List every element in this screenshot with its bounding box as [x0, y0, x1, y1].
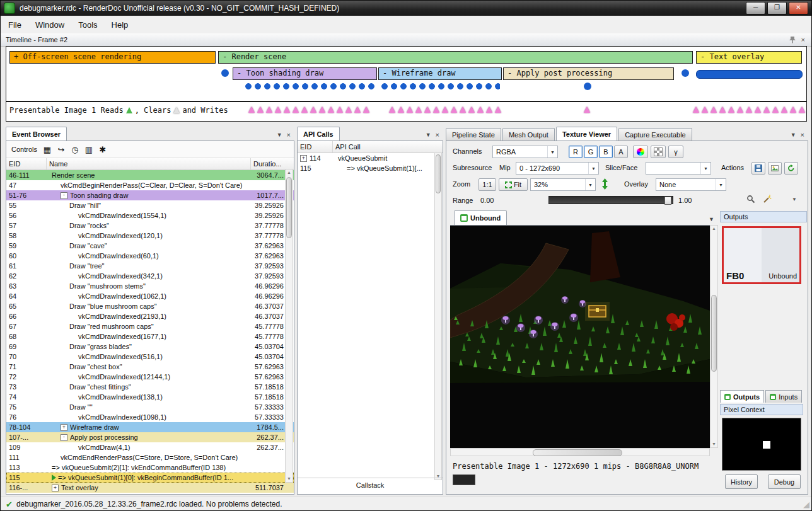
- tab-event-browser[interactable]: Event Browser: [6, 127, 67, 141]
- texture-list-dropdown-icon[interactable]: ▼: [709, 216, 718, 225]
- zoom-range-button[interactable]: [746, 195, 755, 205]
- event-row[interactable]: 62 vkCmdDrawIndexed(342,1) 37.92593: [6, 271, 294, 281]
- draw-marker[interactable]: [244, 83, 375, 90]
- timeline-section[interactable]: + Off-screen scene rendering: [9, 51, 216, 64]
- event-row[interactable]: 56 vkCmdDrawIndexed(1554,1) 39.25926: [6, 210, 294, 221]
- api-row[interactable]: 115 => vkQueueSubmit(1)[...: [298, 163, 443, 173]
- time-durations-icon[interactable]: ◷: [69, 143, 81, 156]
- event-row[interactable]: 47 vkCmdBeginRenderPass(C=Clear, D=Clear…: [6, 180, 294, 190]
- close-button[interactable]: ✕: [789, 2, 808, 14]
- bookmark-icon[interactable]: ✱: [96, 143, 109, 156]
- minimize-button[interactable]: ─: [746, 2, 765, 14]
- event-row[interactable]: 116-... +Text overlay 511.7037: [6, 483, 294, 493]
- column-duration[interactable]: Duratio...: [251, 158, 294, 169]
- timeline-close-icon[interactable]: ×: [801, 36, 805, 43]
- event-row[interactable]: 111 vkCmdEndRenderPass(C=Store, D=Store,…: [6, 452, 294, 462]
- timeline-section[interactable]: - Render scene: [218, 51, 693, 64]
- api-calls-close-icon[interactable]: ×: [436, 131, 439, 139]
- texture-viewer-menu-icon[interactable]: ▼: [791, 132, 796, 138]
- event-row[interactable]: 63 Draw "mushroom stems" 46.96296: [6, 281, 294, 291]
- open-texture-list-button[interactable]: [768, 162, 782, 175]
- zoom-1to1-button[interactable]: 1:1: [478, 178, 496, 191]
- column-api-call[interactable]: API Call: [333, 141, 443, 152]
- range-slider-thumb[interactable]: [664, 197, 671, 205]
- event-row[interactable]: 71 Draw "chest box" 57.62963: [6, 362, 294, 372]
- timeline-subsection[interactable]: - Apply post processing: [503, 67, 674, 80]
- draw-marker[interactable]: [584, 83, 591, 90]
- menu-item[interactable]: Window: [29, 18, 71, 32]
- fb0-thumbnail[interactable]: FB0 Unbound: [722, 226, 801, 284]
- event-row[interactable]: 74 vkCmdDrawIndexed(138,1) 57.18518: [6, 392, 294, 402]
- api-row[interactable]: +114 vkQueueSubmit: [298, 153, 443, 163]
- event-row[interactable]: 72 vkCmdDrawIndexed(12144,1) 57.62963: [6, 372, 294, 382]
- event-row[interactable]: 51-76 -Toon shading draw 1017.7...: [6, 190, 294, 200]
- event-browser-scrollbar[interactable]: ▲ ▼: [285, 169, 293, 483]
- history-button[interactable]: History: [725, 474, 758, 489]
- expander-icon[interactable]: +: [61, 424, 67, 431]
- texture-viewer-tab[interactable]: Pipeline State: [446, 128, 501, 141]
- channel-toggle-button[interactable]: B: [599, 146, 613, 158]
- expander-icon[interactable]: +: [300, 155, 307, 162]
- event-row[interactable]: 61 Draw "tree" 37.92593: [6, 261, 294, 271]
- menu-item[interactable]: Tools: [72, 18, 103, 32]
- column-eid[interactable]: EID: [298, 141, 333, 152]
- column-name[interactable]: Name: [47, 158, 251, 169]
- api-calls-menu-icon[interactable]: ▼: [426, 132, 431, 138]
- menu-item[interactable]: Help: [105, 18, 135, 32]
- title-bar[interactable]: debugmarker.rdc - RenderDoc Unofficial r…: [1, 1, 811, 16]
- event-row[interactable]: 75 Draw "" 57.33333: [6, 402, 294, 412]
- event-row[interactable]: 46-111 Render scene 3064.7...: [6, 170, 294, 180]
- event-row[interactable]: 58 vkCmdDrawIndexed(120,1) 37.77778: [6, 231, 294, 241]
- texture-viewer-tab[interactable]: Mesh Output: [502, 128, 555, 141]
- range-min-value[interactable]: 0.00: [480, 197, 494, 204]
- draw-marker[interactable]: [221, 69, 229, 77]
- mip-select[interactable]: 0 - 1272x690▼: [516, 162, 599, 175]
- checkerboard-button[interactable]: [651, 146, 666, 158]
- event-browser-menu-icon[interactable]: ▼: [277, 132, 282, 138]
- overlay-select[interactable]: None▼: [656, 178, 726, 191]
- texture-viewer-close-icon[interactable]: ×: [801, 131, 804, 139]
- draw-marker[interactable]: [380, 83, 500, 90]
- timeline-section[interactable]: - Text overlay: [696, 51, 802, 64]
- texture-viewer-tab[interactable]: Texture Viewer: [556, 127, 617, 141]
- event-row[interactable]: 113 => vkQueueSubmit(2)[1]: vkEndCommand…: [6, 462, 294, 473]
- pixel-context-header[interactable]: Pixel Context: [720, 404, 803, 415]
- event-row[interactable]: 65 Draw "blue mushroom caps" 46.37037: [6, 301, 294, 311]
- draw-marker[interactable]: [696, 70, 803, 79]
- channel-toggle-button[interactable]: A: [614, 146, 628, 158]
- range-max-value[interactable]: 1.00: [678, 197, 692, 204]
- event-row[interactable]: 76 vkCmdDrawIndexed(1098,1) 57.33333: [6, 412, 294, 422]
- channel-toggle-button[interactable]: R: [569, 146, 583, 158]
- flip-y-button[interactable]: [601, 178, 609, 192]
- debug-button[interactable]: Debug: [768, 474, 801, 489]
- refresh-button[interactable]: [784, 162, 798, 175]
- event-row[interactable]: 115 => vkQueueSubmit(1)[0]: vkBeginComma…: [6, 473, 294, 483]
- event-row[interactable]: 73 Draw "chest fittings" 57.18518: [6, 382, 294, 392]
- api-calls-scrollbar[interactable]: ▼: [434, 152, 442, 480]
- callstack-label[interactable]: Callstack: [356, 481, 385, 489]
- texture-hscrollbar[interactable]: [450, 448, 710, 456]
- event-row[interactable]: 68 vkCmdDrawIndexed(1677,1) 45.77778: [6, 331, 294, 342]
- event-row[interactable]: 57 Draw "rocks" 37.77778: [6, 221, 294, 231]
- texture-tab-unbound[interactable]: Unbound: [454, 210, 507, 225]
- pixel-context-view[interactable]: [722, 418, 801, 471]
- texture-viewer-tab[interactable]: Capture Executable: [618, 128, 692, 141]
- event-row[interactable]: 60 vkCmdDrawIndexed(60,1) 37.62963: [6, 251, 294, 261]
- event-browser-close-icon[interactable]: ×: [287, 131, 291, 139]
- tab-api-calls[interactable]: API Calls: [297, 127, 340, 141]
- zoom-level-select[interactable]: 32%▼: [530, 178, 596, 191]
- save-texture-button[interactable]: [751, 162, 765, 175]
- event-row[interactable]: 55 Draw "hill" 39.25926: [6, 200, 294, 210]
- slice-face-select[interactable]: ▼: [646, 162, 711, 175]
- event-row[interactable]: 107-... -Apply post processing 262.37...: [6, 432, 294, 442]
- menu-item[interactable]: File: [2, 18, 28, 32]
- jump-to-eid-icon[interactable]: ↪: [55, 143, 67, 156]
- texture-vscrollbar[interactable]: ▲ ▼: [710, 225, 718, 448]
- column-eid[interactable]: EID: [6, 158, 47, 169]
- maximize-button[interactable]: ❐: [767, 2, 787, 14]
- autofit-range-button[interactable]: [763, 195, 772, 205]
- event-row[interactable]: 66 vkCmdDrawIndexed(2193,1) 46.37037: [6, 311, 294, 321]
- timeline-subsection[interactable]: - Wireframe draw: [378, 67, 502, 80]
- channels-select[interactable]: RGBA▼: [492, 146, 558, 158]
- toolbar-overflow-icon[interactable]: ▼: [792, 197, 797, 202]
